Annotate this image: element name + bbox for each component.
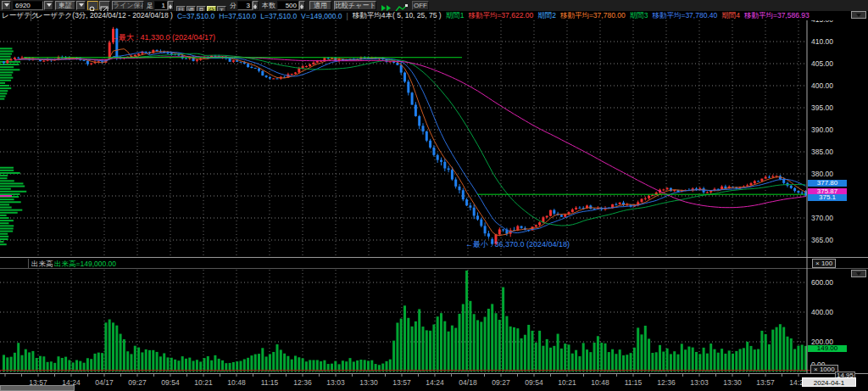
price-tag: 377.80 bbox=[808, 180, 847, 187]
time-tick-label: 09:27 bbox=[122, 378, 153, 387]
infobar-segment: C=37,510.0 bbox=[177, 12, 214, 20]
time-tick-label: 10:21 bbox=[552, 378, 582, 387]
infobar-segment: 移動平均=37,780.00 bbox=[560, 11, 626, 21]
collapse-volume-panel-icon[interactable] bbox=[851, 270, 866, 277]
price-tick-label: 390.00 bbox=[811, 126, 847, 134]
svg-text:←最大 : 41,330.0 (2024/04/17): ←最大 : 41,330.0 (2024/04/17) bbox=[111, 33, 215, 42]
count-stepper[interactable] bbox=[299, 1, 305, 10]
volume-tick-label: 400.00 bbox=[811, 308, 847, 316]
volume-tag: 149.00 bbox=[808, 345, 847, 352]
time-tick-label: 12:36 bbox=[287, 378, 318, 387]
time-tick-label: 13:30 bbox=[717, 378, 748, 387]
bar-type-label: 足 bbox=[147, 2, 153, 9]
search-icon[interactable] bbox=[87, 1, 98, 10]
price-tick-label: 400.00 bbox=[811, 81, 847, 90]
line-save-button[interactable]: ライン保存 bbox=[112, 1, 144, 10]
volume-panel-header: 出来高 出来高=149,000.00 bbox=[0, 259, 868, 269]
time-tick-label: 11:15 bbox=[254, 378, 285, 387]
price-tick-label: 395.00 bbox=[811, 103, 847, 112]
time-tick-label: 13:03 bbox=[320, 378, 351, 387]
minute-label: 分 bbox=[230, 2, 236, 9]
exchange-dropdown-icon[interactable] bbox=[76, 1, 86, 10]
price-tag: 375.1 bbox=[808, 194, 847, 201]
infobar-segment: 期間3 bbox=[630, 11, 648, 21]
chart-info-bar: レーザテク レーザテク(3分, 2024/04/12 - 2024/04/18 … bbox=[0, 11, 868, 20]
price-tick-label: 385.00 bbox=[811, 148, 847, 156]
price-tick-label: 410.00 bbox=[811, 37, 847, 46]
time-tick-label: 09:54 bbox=[155, 378, 186, 387]
count-label: 本数 bbox=[262, 2, 275, 9]
count-input[interactable] bbox=[277, 1, 299, 10]
infobar-segment: V=149,000.0 bbox=[301, 12, 342, 20]
price-tick-label: 365.00 bbox=[811, 236, 847, 244]
collapse-price-panel-icon[interactable] bbox=[851, 11, 866, 19]
infobar-segment: 移動平均4本( 5, 10, 25, 75 ) bbox=[353, 11, 442, 21]
time-tick-label: 09:27 bbox=[486, 378, 516, 387]
time-tick-label: 13:03 bbox=[684, 378, 715, 387]
infobar-segment: 期間1 bbox=[446, 11, 465, 21]
time-tick-label: 13:57 bbox=[387, 378, 417, 387]
infobar-segment: 移動平均=37,622.00 bbox=[468, 11, 533, 21]
minute-input[interactable] bbox=[237, 1, 253, 10]
price-tick-label: 405.00 bbox=[811, 59, 847, 68]
time-tick-label: 04/17 bbox=[89, 378, 120, 387]
volume-value: 出来高=149,000.00 bbox=[54, 259, 116, 269]
bar-interval-stepper[interactable] bbox=[168, 1, 174, 10]
time-tick-label: 09:54 bbox=[519, 378, 549, 387]
price-multiplier-box: × 100 bbox=[812, 259, 836, 268]
apply-button[interactable]: 適用 bbox=[309, 1, 331, 10]
time-tick-label: 13:30 bbox=[353, 378, 384, 387]
horizontal-scrollbar-thumb[interactable] bbox=[0, 385, 75, 391]
time-tick-label: 10:48 bbox=[221, 378, 252, 387]
time-tick-label: 14:24 bbox=[420, 378, 450, 387]
svg-text:←最小 : 36,370.0 (2024/04/18): ←最小 : 36,370.0 (2024/04/18) bbox=[465, 240, 570, 249]
infobar-segment: 移動平均=37,586.93 bbox=[744, 11, 810, 21]
symbol-dropdown-icon[interactable] bbox=[44, 1, 53, 10]
current-date-tag: 2024-04-1 bbox=[802, 377, 856, 387]
time-tick-label: 11:15 bbox=[618, 378, 648, 387]
volume-label: 出来高 bbox=[31, 259, 53, 269]
symbol-input[interactable] bbox=[13, 1, 43, 10]
chart-plot-area[interactable]: ←最大 : 41,330.0 (2024/04/17)←最小 : 36,370.… bbox=[0, 0, 868, 391]
price-tick-label: 370.00 bbox=[811, 214, 847, 222]
infobar-segment: | bbox=[347, 12, 348, 20]
chart-tab-label[interactable]: レーザテク bbox=[0, 11, 31, 21]
exchange-select[interactable]: 東証 bbox=[55, 1, 75, 10]
off-button[interactable]: OFF bbox=[412, 1, 429, 10]
volume-multiplier-box: × 1000 bbox=[810, 365, 838, 374]
time-tick-label: 10:48 bbox=[585, 378, 615, 387]
infobar-segment: レーザテク(3分, 2024/04/12 - 2024/04/18 ) bbox=[36, 11, 173, 21]
infobar-segment: 期間4 bbox=[721, 11, 740, 21]
infobar-segment: H=37,510.0 bbox=[219, 12, 256, 20]
toolbar: 東証 ライン保存 足 日週月分T 分 本数 適用 比較チャート OFF bbox=[0, 0, 868, 11]
minute-stepper[interactable] bbox=[253, 1, 259, 10]
volume-tick-label: 600.00 bbox=[811, 278, 847, 287]
bar-interval-input[interactable] bbox=[154, 1, 168, 10]
infobar-segment: 移動平均=37,780.40 bbox=[652, 11, 717, 21]
time-tick-label: 04/18 bbox=[453, 378, 483, 387]
compare-chart-button[interactable]: 比較チャート bbox=[334, 1, 376, 10]
time-tick-label: 13:57 bbox=[750, 378, 781, 387]
note-icon[interactable] bbox=[99, 1, 110, 10]
infobar-segment: 期間2 bbox=[537, 11, 556, 21]
price-tick-label: 380.00 bbox=[811, 170, 847, 178]
time-tick-label: 12:36 bbox=[651, 378, 682, 387]
infobar-segment: L=37,510.0 bbox=[260, 12, 297, 20]
window-dropdown-icon[interactable] bbox=[2, 1, 11, 10]
time-tick-label: 10:21 bbox=[188, 378, 219, 387]
